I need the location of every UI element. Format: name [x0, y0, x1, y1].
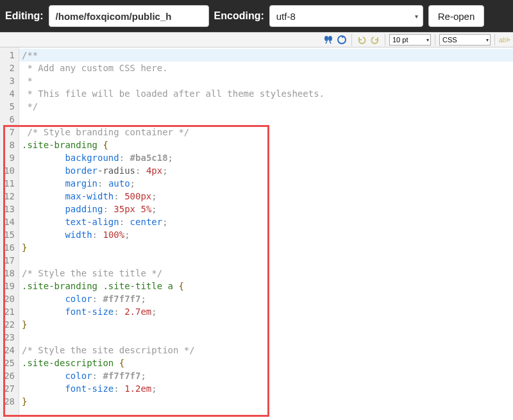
code-line[interactable]: /** [19, 49, 513, 62]
code-line[interactable]: /* Style the site title */ [19, 267, 513, 280]
reopen-button[interactable]: Re-open [428, 5, 485, 27]
code-line[interactable]: text-align: center; [19, 215, 513, 228]
line-number: 10 [0, 164, 19, 177]
code-line[interactable]: } [19, 395, 513, 408]
code-line[interactable]: .site-branding { [19, 139, 513, 151]
code-area[interactable]: /** * Add any custom CSS here. * * This … [19, 47, 513, 420]
line-number: 2 [0, 62, 19, 74]
code-line[interactable]: * [19, 74, 513, 87]
code-line[interactable]: color: #f7f7f7; [19, 369, 513, 382]
editor-toolbar: 10 pt CSS ab [0, 32, 513, 47]
line-number: 8 [0, 139, 19, 151]
redo-icon[interactable] [369, 34, 381, 46]
refresh-icon[interactable] [336, 34, 348, 46]
code-line[interactable]: background: #ba5c18; [19, 151, 513, 164]
code-line[interactable]: } [19, 241, 513, 254]
line-number: 5 [0, 100, 19, 113]
code-line[interactable]: border-radius: 4px; [19, 164, 513, 177]
line-number: 24 [0, 344, 19, 357]
line-number: 27 [0, 382, 19, 395]
line-number: 3 [0, 74, 19, 87]
line-number: 25 [0, 357, 19, 369]
code-line[interactable]: } [19, 318, 513, 331]
code-line[interactable]: margin: auto; [19, 177, 513, 190]
search-icon[interactable] [323, 34, 334, 46]
code-line[interactable] [19, 331, 513, 344]
encoding-label: Encoding: [214, 10, 264, 22]
line-number-gutter: 1234567891011121314151617181920212223242… [0, 47, 19, 420]
code-line[interactable]: .site-description { [19, 357, 513, 369]
code-editor[interactable]: 1234567891011121314151617181920212223242… [0, 47, 513, 420]
code-line[interactable]: */ [19, 100, 513, 113]
svg-point-0 [324, 36, 328, 41]
svg-point-1 [328, 36, 332, 41]
line-number: 16 [0, 241, 19, 254]
code-line[interactable]: font-size: 1.2em; [19, 382, 513, 395]
code-line[interactable]: /* Style branding container */ [19, 126, 513, 139]
code-line[interactable] [19, 113, 513, 126]
line-number: 26 [0, 369, 19, 382]
line-number: 7 [0, 126, 19, 139]
line-number: 23 [0, 331, 19, 344]
line-number: 4 [0, 87, 19, 100]
toolbar-separator [351, 34, 352, 46]
word-wrap-icon[interactable]: ab [499, 34, 510, 46]
line-number: 18 [0, 267, 19, 280]
code-line[interactable]: * Add any custom CSS here. [19, 62, 513, 74]
line-number: 1 [0, 49, 19, 62]
code-line[interactable] [19, 254, 513, 267]
word-wrap-badge-text: ab [499, 37, 506, 44]
code-line[interactable]: max-width: 500px; [19, 190, 513, 203]
code-line[interactable]: width: 100%; [19, 228, 513, 241]
file-path-input[interactable] [49, 5, 209, 27]
line-number: 6 [0, 113, 19, 126]
line-number: 14 [0, 215, 19, 228]
code-line[interactable]: color: #f7f7f7; [19, 292, 513, 305]
line-number: 28 [0, 395, 19, 408]
undo-icon[interactable] [356, 34, 367, 46]
line-number: 15 [0, 228, 19, 241]
line-number: 9 [0, 151, 19, 164]
line-number: 22 [0, 318, 19, 331]
code-line[interactable]: font-size: 2.7em; [19, 305, 513, 318]
line-number: 12 [0, 190, 19, 203]
toolbar-separator [385, 34, 385, 46]
line-number: 11 [0, 177, 19, 190]
line-number: 17 [0, 254, 19, 267]
code-line[interactable]: padding: 35px 5%; [19, 203, 513, 215]
fontsize-select[interactable]: 10 pt [389, 34, 431, 46]
code-line[interactable]: /* Style the site description */ [19, 344, 513, 357]
line-number: 19 [0, 280, 19, 292]
line-number: 13 [0, 203, 19, 215]
editing-label: Editing: [5, 10, 44, 22]
toolbar-separator [494, 34, 495, 46]
code-line[interactable]: * This file will be loaded after all the… [19, 87, 513, 100]
language-select[interactable]: CSS [439, 34, 491, 46]
code-line[interactable]: .site-branding .site-title a { [19, 280, 513, 292]
line-number: 20 [0, 292, 19, 305]
line-number: 21 [0, 305, 19, 318]
toolbar-separator [435, 34, 435, 46]
encoding-select[interactable]: utf-8 [269, 5, 423, 27]
top-bar: Editing: Encoding: utf-8 Re-open [0, 0, 513, 32]
